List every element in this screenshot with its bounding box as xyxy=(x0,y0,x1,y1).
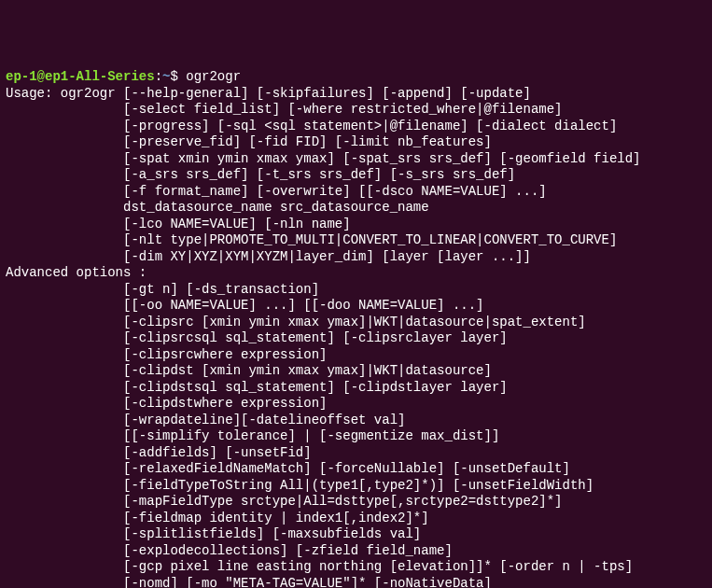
output-line: [-clipdstsql sql_statement] [-clipdstlay… xyxy=(6,380,706,397)
output-line: [-gt n] [-ds_transaction] xyxy=(6,282,706,299)
output-line: [-clipdstwhere expression] xyxy=(6,396,706,413)
output-line: dst_datasource_name src_datasource_name xyxy=(6,200,706,217)
output-line: [-clipsrcsql sql_statement] [-clipsrclay… xyxy=(6,330,706,347)
output-line: [-select field_list] [-where restricted_… xyxy=(6,102,706,119)
output-line: [-clipdst [xmin ymin xmax ymax]|WKT|data… xyxy=(6,363,706,380)
output-line: [-nlt type|PROMOTE_TO_MULTI|CONVERT_TO_L… xyxy=(6,232,706,249)
output-line: [-fieldmap identity | index1[,index2]*] xyxy=(6,511,706,527)
output-line: [-mapFieldType srctype|All=dsttype[,srct… xyxy=(6,494,706,511)
output-line: [-splitlistfields] [-maxsubfields val] xyxy=(6,526,706,543)
prompt-line[interactable]: ep-1@ep1-All-Series:~$ ogr2ogr xyxy=(6,69,706,86)
output-line: [-nomd] [-mo "META-TAG=VALUE"]* [-noNati… xyxy=(6,576,706,589)
command-input: ogr2ogr xyxy=(186,69,241,84)
output-line: Advanced options : xyxy=(6,265,706,282)
output-line: [-wrapdateline][-datelineoffset val] xyxy=(6,413,706,429)
output-line: [-relaxedFieldNameMatch] [-forceNullable… xyxy=(6,461,706,478)
terminal-output: Usage: ogr2ogr [--help-general] [-skipfa… xyxy=(6,86,706,589)
output-line: [-explodecollections] [-zfield field_nam… xyxy=(6,543,706,560)
prompt-colon: : xyxy=(155,69,162,84)
prompt-user-host: ep-1@ep1-All-Series xyxy=(6,69,155,84)
prompt-dollar: $ xyxy=(170,69,186,84)
output-line: [-dim XY|XYZ|XYM|XYZM|layer_dim] [layer … xyxy=(6,249,706,266)
output-line: [-preserve_fid] [-fid FID] [-limit nb_fe… xyxy=(6,134,706,151)
output-line: [-clipsrc [xmin ymin xmax ymax]|WKT|data… xyxy=(6,315,706,331)
output-line: [-f format_name] [-overwrite] [[-dsco NA… xyxy=(6,184,706,201)
output-line: [[-oo NAME=VALUE] ...] [[-doo NAME=VALUE… xyxy=(6,298,706,315)
output-line: [-gcp pixel line easting northing [eleva… xyxy=(6,559,706,576)
output-line: [-fieldTypeToString All|(type1[,type2]*)… xyxy=(6,478,706,495)
output-line: [-addfields] [-unsetFid] xyxy=(6,445,706,462)
output-line: [-clipsrcwhere expression] xyxy=(6,347,706,364)
output-line: Usage: ogr2ogr [--help-general] [-skipfa… xyxy=(6,86,706,103)
output-line: [-progress] [-sql <sql statement>|@filen… xyxy=(6,119,706,135)
output-line: [-spat xmin ymin xmax ymax] [-spat_srs s… xyxy=(6,151,706,168)
output-line: [-a_srs srs_def] [-t_srs srs_def] [-s_sr… xyxy=(6,167,706,184)
output-line: [[-simplify tolerance] | [-segmentize ma… xyxy=(6,428,706,445)
output-line: [-lco NAME=VALUE] [-nln name] xyxy=(6,217,706,233)
